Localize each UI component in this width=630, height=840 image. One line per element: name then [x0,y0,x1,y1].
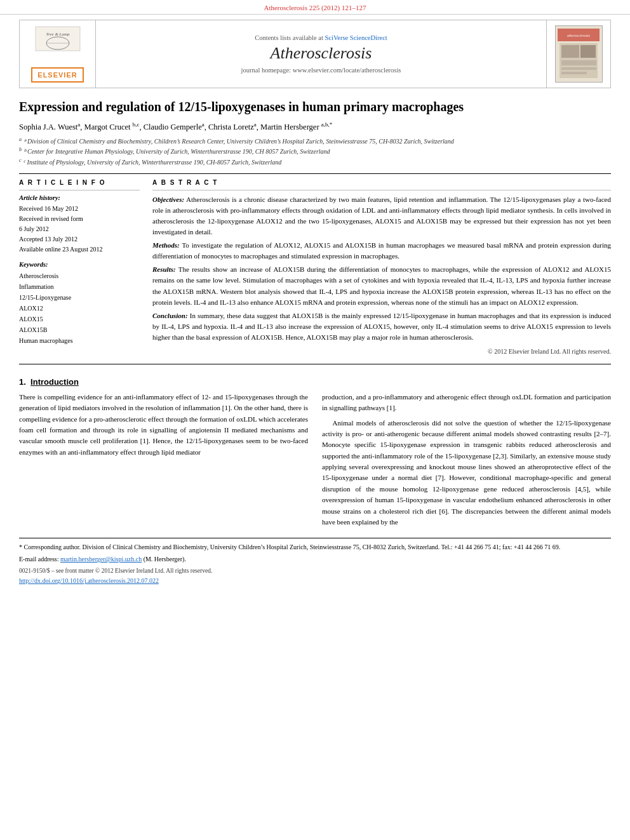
keyword-alox15: ALOX15 [19,314,140,324]
elsevier-logo-section: Tree & Lamp ELSEVIER [20,20,96,88]
results-text: The results show an increase of ALOX15B … [152,265,611,305]
svg-text:Tree & Lamp: Tree & Lamp [46,32,70,37]
thumbnail-image: atherosclerosis [556,27,601,81]
abstract-objectives: Objectives: Atherosclerosis is a chronic… [152,194,611,237]
footnotes: * Corresponding author. Division of Clin… [19,538,611,586]
footnote-corresponding: * Corresponding author. Division of Clin… [19,542,611,552]
svg-rect-9 [580,45,596,58]
intro-right-para-1: production, and a pro-inflammatory and a… [322,392,611,414]
history-received: Received 16 May 2012 Received in revised… [19,204,140,255]
introduction-section: 1. Introduction There is compelling evid… [19,377,611,532]
intro-right-para-2: Animal models of atherosclerosis did not… [322,418,611,528]
keyword-atherosclerosis: Atherosclerosis [19,270,140,281]
objectives-label: Objectives: [152,196,184,203]
keyword-inflammation: Inflammation [19,281,140,292]
divider-bottom [19,364,611,364]
abstract-results: Results: The results show an increase of… [152,264,611,307]
sciverse-link[interactable]: SciVerse ScienceDirect [325,34,387,41]
svg-rect-11 [561,67,596,70]
article-info-col: A R T I C L E I N F O Article history: R… [19,179,140,355]
elsevier-graphic: Tree & Lamp [32,25,83,63]
svg-rect-10 [561,60,596,65]
info-divider [19,190,140,190]
email-link[interactable]: martin.hersberger@kispi.uzh.ch [60,556,142,563]
conclusion-text: In summary, these data suggest that ALOX… [152,312,611,341]
article-info-abstract: A R T I C L E I N F O Article history: R… [19,179,611,355]
issn-line: 0021-9150/$ – see front matter © 2012 El… [19,566,611,576]
results-label: Results: [152,265,176,273]
authors: Sophia J.A. Wuesta, Margot Crucet b,c, C… [19,121,611,132]
abstract-col: A B S T R A C T Objectives: Atherosclero… [152,179,611,355]
affiliation-c: c ᶜ Institute of Physiology, University … [19,157,611,167]
doi-line: http://dx.doi.org/10.1016/j.atherosclero… [19,576,611,586]
keyword-alox12: ALOX12 [19,303,140,314]
article-info-heading: A R T I C L E I N F O [19,179,140,186]
affiliation-b: b ᵇ Center for Integrative Human Physiol… [19,146,611,156]
abstract-conclusion: Conclusion: In summary, these data sugge… [152,310,611,343]
keyword-lipoxygenase: 12/15-Lipoxygenase [19,292,140,303]
affiliations: a ᵃ Division of Clinical Chemistry and B… [19,136,611,167]
svg-rect-12 [561,72,587,74]
svg-rect-0 [36,27,80,51]
keywords-list: Atherosclerosis Inflammation 12/15-Lipox… [19,270,140,346]
svg-rect-8 [561,45,579,58]
divider-top [19,173,611,174]
keyword-alox15b: ALOX15B [19,324,140,335]
intro-body: There is compelling evidence for an anti… [19,392,611,532]
journal-thumbnail-section: atherosclerosis [547,20,610,88]
intro-left-para: There is compelling evidence for an anti… [19,392,308,458]
journal-homepage: journal homepage: www.elsevier.com/locat… [241,67,401,74]
affiliation-a: a ᵃ Division of Clinical Chemistry and B… [19,136,611,146]
intro-right-col: production, and a pro-inflammatory and a… [322,392,611,532]
keywords-label: Keywords: [19,261,140,268]
doi-link[interactable]: http://dx.doi.org/10.1016/j.atherosclero… [19,577,159,584]
conclusion-label: Conclusion: [152,312,188,319]
abstract-heading: A B S T R A C T [152,179,611,186]
journal-title: Atherosclerosis [271,44,372,63]
journal-thumbnail: atherosclerosis [555,25,603,83]
history-label: Article history: [19,194,140,201]
methods-label: Methods: [152,241,180,249]
contents-line: Contents lists available at SciVerse Sci… [255,34,387,41]
article-title: Expression and regulation of 12/15-lipox… [19,98,611,115]
elsevier-brand: ELSEVIER [31,67,83,83]
intro-heading: 1. Introduction [19,377,611,387]
intro-left-col: There is compelling evidence for an anti… [19,392,308,532]
svg-text:atherosclerosis: atherosclerosis [567,34,591,37]
journal-title-section: Contents lists available at SciVerse Sci… [96,20,547,88]
article-body: Expression and regulation of 12/15-lipox… [19,98,611,586]
objectives-text: Atherosclerosis is a chronic disease cha… [152,196,611,236]
keyword-macrophages: Human macrophages [19,335,140,346]
copyright: © 2012 Elsevier Ireland Ltd. All rights … [152,348,611,355]
abstract-divider [152,190,611,190]
journal-reference: Atherosclerosis 225 (2012) 121–127 [0,0,630,15]
abstract-methods: Methods: To investigate the regulation o… [152,240,611,262]
journal-header: Tree & Lamp ELSEVIER Contents lists avai… [19,20,611,88]
footnote-email: E-mail address: martin.hersberger@kispi.… [19,554,611,564]
abstract-text: Objectives: Atherosclerosis is a chronic… [152,194,611,343]
methods-text: To investigate the regulation of ALOX12,… [152,241,611,260]
